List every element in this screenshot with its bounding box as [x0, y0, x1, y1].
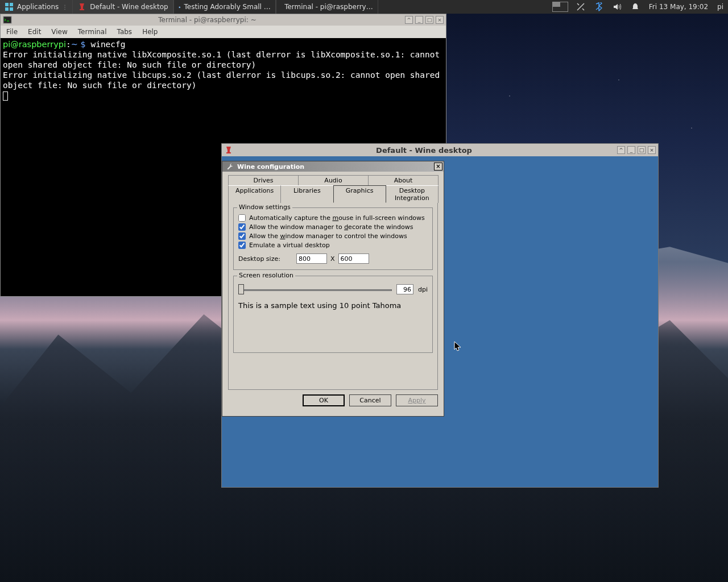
checkbox-label: Emulate a virtual desktop: [249, 242, 330, 249]
dpi-slider[interactable]: [238, 284, 392, 294]
tab-drives[interactable]: Drives: [228, 175, 299, 185]
menu-view[interactable]: View: [51, 28, 67, 36]
task-label: Default - Wine desktop: [90, 3, 168, 11]
terminal-menubar: File Edit View Terminal Tabs Help: [1, 26, 446, 38]
wine-title: Default - Wine desktop: [233, 146, 615, 155]
taskbar-item-terminal[interactable]: Terminal - pi@raspberry…: [276, 0, 378, 14]
bluetooth-indicator[interactable]: [590, 0, 608, 14]
wine-titlebar[interactable]: Default - Wine desktop ^ _ □ ×: [222, 144, 658, 156]
maximize-button[interactable]: □: [638, 146, 646, 154]
rollup-button[interactable]: ^: [617, 146, 625, 154]
winecfg-titlebar[interactable]: Wine configuration ×: [222, 161, 444, 172]
desktop-width-field[interactable]: [296, 253, 327, 264]
maximize-button[interactable]: □: [425, 16, 433, 24]
volume-icon: [613, 2, 622, 11]
ok-button[interactable]: OK: [303, 394, 345, 406]
notifications-indicator[interactable]: [626, 0, 644, 14]
tab-page-graphics: Window settings Automatically capture th…: [228, 202, 438, 390]
menu-terminal[interactable]: Terminal: [78, 28, 107, 36]
top-panel: Applications ⋮ Default - Wine desktop Te…: [0, 0, 728, 14]
checkbox-input[interactable]: [238, 232, 246, 240]
group-legend: Screen resolution: [237, 272, 295, 279]
close-button[interactable]: ×: [648, 146, 656, 154]
rollup-button[interactable]: ^: [405, 16, 413, 24]
checkbox-emulate-desktop[interactable]: Emulate a virtual desktop: [238, 242, 428, 249]
winecfg-dialog: Wine configuration × Drives Audio About …: [222, 161, 444, 417]
terminal-titlebar[interactable]: Terminal - pi@raspberrypi: ~ ^ _ □ ×: [1, 14, 446, 26]
clock[interactable]: Fri 13 May, 19:02: [644, 0, 713, 14]
menu-file[interactable]: File: [6, 28, 18, 36]
network-icon: [576, 2, 585, 11]
globe-icon: [179, 2, 181, 11]
menu-sep-icon: ⋮: [62, 4, 68, 10]
dpi-label: dpi: [418, 286, 428, 293]
volume-indicator[interactable]: [608, 0, 626, 14]
wine-desktop-window: Default - Wine desktop ^ _ □ × Wine conf…: [221, 143, 659, 488]
screen-resolution-group: Screen resolution dpi This is a sample t…: [233, 276, 433, 353]
workspace-switcher[interactable]: [552, 2, 568, 12]
checkbox-label: Allow the window manager to control the …: [249, 232, 407, 240]
wine-icon: [224, 146, 233, 155]
svg-rect-1: [10, 3, 13, 6]
tab-desktop-integration[interactable]: Desktop Integration: [386, 185, 439, 203]
user-menu[interactable]: pi: [713, 0, 728, 14]
menu-edit[interactable]: Edit: [28, 28, 41, 36]
checkbox-input[interactable]: [238, 242, 246, 249]
taskbar-item-browser[interactable]: Testing Adorably Small …: [173, 0, 276, 14]
minimize-button[interactable]: _: [415, 16, 423, 24]
wine-icon: [77, 2, 86, 11]
checkbox-label: Automatically capture the mouse in full-…: [249, 214, 425, 222]
wine-virtual-desktop[interactable]: Wine configuration × Drives Audio About …: [222, 156, 658, 487]
desktop-height-field[interactable]: [338, 253, 369, 264]
cancel-button[interactable]: Cancel: [349, 394, 391, 406]
group-legend: Window settings: [237, 203, 292, 211]
tab-control: Drives Audio About Applications Librarie…: [228, 175, 438, 390]
sample-text: This is a sample text using 10 point Tah…: [238, 301, 428, 310]
x-separator: X: [330, 255, 335, 263]
close-button[interactable]: ×: [434, 163, 442, 171]
tab-audio[interactable]: Audio: [298, 175, 369, 185]
desktop-size-label: Desktop size:: [238, 255, 293, 263]
applications-menu[interactable]: Applications ⋮: [0, 0, 72, 14]
svg-rect-7: [3, 16, 11, 23]
checkbox-label: Allow the window manager to decorate the…: [249, 223, 413, 231]
network-indicator[interactable]: [572, 0, 590, 14]
checkbox-input[interactable]: [238, 223, 246, 231]
checkbox-capture-mouse[interactable]: Automatically capture the mouse in full-…: [238, 214, 428, 222]
apps-icon: [5, 2, 14, 11]
winecfg-title: Wine configuration: [237, 163, 304, 171]
wrench-icon: [226, 162, 235, 171]
close-button[interactable]: ×: [436, 16, 444, 24]
checkbox-input[interactable]: [238, 214, 246, 222]
bell-icon: [631, 2, 640, 11]
dpi-field[interactable]: [396, 284, 413, 294]
bluetooth-icon: [594, 2, 603, 11]
terminal-icon: [3, 15, 12, 24]
window-settings-group: Window settings Automatically capture th…: [233, 207, 433, 270]
apply-button[interactable]: Apply: [396, 394, 438, 406]
taskbar-item-wine[interactable]: Default - Wine desktop: [72, 0, 173, 14]
svg-rect-2: [5, 7, 9, 11]
svg-rect-0: [5, 3, 9, 6]
tab-applications[interactable]: Applications: [228, 185, 281, 203]
minimize-button[interactable]: _: [627, 146, 635, 154]
cursor-icon: [454, 341, 462, 352]
checkbox-decorate[interactable]: Allow the window manager to decorate the…: [238, 223, 428, 231]
tab-graphics[interactable]: Graphics: [333, 185, 386, 203]
tab-about[interactable]: About: [368, 175, 439, 185]
menu-tabs[interactable]: Tabs: [117, 28, 133, 36]
task-label: Terminal - pi@raspberry…: [284, 3, 373, 11]
svg-rect-3: [10, 7, 13, 11]
applications-label: Applications: [17, 3, 59, 11]
tab-libraries[interactable]: Libraries: [280, 185, 333, 203]
task-label: Testing Adorably Small …: [184, 3, 270, 11]
dialog-button-bar: OK Cancel Apply: [222, 390, 444, 411]
checkbox-control[interactable]: Allow the window manager to control the …: [238, 232, 428, 240]
terminal-title: Terminal - pi@raspberrypi: ~: [12, 16, 403, 24]
menu-help[interactable]: Help: [142, 28, 158, 36]
